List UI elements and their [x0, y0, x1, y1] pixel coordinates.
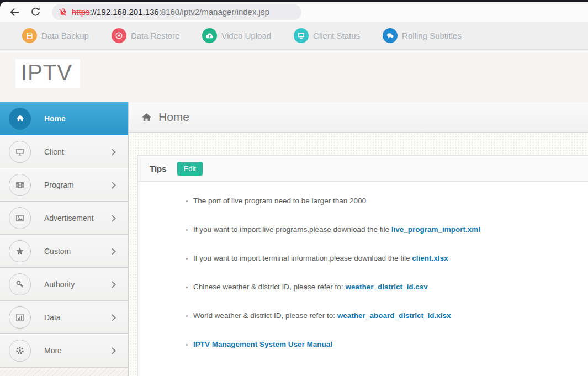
url-host: ://192.168.201.136 [90, 7, 159, 17]
tip-item: The port of live program need to be larg… [193, 197, 588, 205]
toolbar-item-label: Rolling Subtitles [402, 31, 462, 40]
back-arrow-icon[interactable] [8, 6, 20, 18]
sidebar-item-authority[interactable]: Authority [0, 268, 128, 301]
bar-chart-icon [9, 306, 31, 329]
edit-button[interactable]: Edit [177, 162, 203, 176]
toolbar-item-label: Data Backup [41, 31, 89, 40]
tip-item: If you want to import terminal informati… [193, 254, 588, 262]
main-area: HomeClientProgramAdvertisementCustomAuth… [0, 102, 588, 376]
breadcrumb: Home [129, 102, 588, 133]
sidebar-item-home[interactable]: Home [0, 102, 128, 135]
sidebar-item-program[interactable]: Program [0, 168, 128, 202]
gear-icon [9, 340, 31, 362]
url-text: https://192.168.201.136:8160/iptv2/manag… [72, 7, 269, 17]
tips-list: The port of live program need to be larg… [138, 197, 588, 348]
tip-item: World weather & district ID, please refe… [193, 311, 588, 320]
chevron-right-icon [109, 215, 116, 222]
url-path: :8160/iptv2/manager/index.jsp [159, 7, 269, 17]
key-icon [9, 273, 31, 295]
tip-text: The port of live program need to be larg… [193, 197, 366, 205]
app-logo-text: IPTV [21, 60, 72, 84]
tips-title: Tips [150, 164, 167, 173]
sidebar-item-label: Client [44, 147, 110, 156]
toolbar-item-client-status[interactable]: Client Status [294, 28, 360, 43]
client-icon [9, 141, 31, 163]
chevron-right-icon [109, 248, 116, 255]
tip-link[interactable]: weather_aboard_district_id.xlsx [337, 311, 451, 320]
toolbar-item-data-restore[interactable]: Data Restore [112, 28, 179, 43]
tip-text: World weather & district ID, please refe… [193, 311, 337, 320]
sidebar-item-label: Home [44, 114, 119, 123]
insecure-icon[interactable] [59, 7, 68, 17]
chevron-right-icon [109, 347, 116, 354]
cloud-upload-icon [202, 28, 217, 43]
sidebar-item-advertisement[interactable]: Advertisement [0, 202, 128, 235]
film-icon [9, 174, 31, 196]
image-icon [9, 207, 31, 229]
tip-text: If you want to import terminal informati… [193, 254, 412, 262]
content-area: Home Tips Edit The port of live program … [129, 102, 588, 376]
toolbar-item-rolling-subtitles[interactable]: Rolling Subtitles [383, 28, 462, 43]
tips-panel: Tips Edit The port of live program need … [137, 155, 588, 376]
chevron-right-icon [109, 182, 116, 189]
tip-link[interactable]: weather_district_id.csv [345, 283, 427, 291]
sidebar: HomeClientProgramAdvertisementCustomAuth… [0, 102, 129, 376]
app-header: IPTV RequestsRoom ServicesCheckOut Reque… [0, 50, 588, 102]
sidebar-item-label: Custom [44, 247, 110, 256]
sidebar-item-label: Advertisement [44, 214, 110, 223]
quick-toolbar: Data BackupData RestoreVideo UploadClien… [0, 22, 588, 50]
chat-icon [383, 28, 398, 43]
sidebar-item-client[interactable]: Client [0, 135, 128, 168]
restore-icon [112, 28, 126, 43]
tip-item: IPTV Management System User Manual [193, 340, 588, 348]
tip-link[interactable]: client.xlsx [412, 254, 448, 262]
toolbar-item-data-backup[interactable]: Data Backup [22, 28, 89, 43]
tip-link[interactable]: IPTV Management System User Manual [193, 340, 332, 348]
star-icon [9, 240, 31, 262]
content-body: Tips Edit The port of live program need … [129, 133, 588, 376]
home-icon [141, 112, 152, 123]
browser-toolbar: https://192.168.201.136:8160/iptv2/manag… [0, 2, 588, 22]
toolbar-item-video-upload[interactable]: Video Upload [202, 28, 271, 43]
home-icon [9, 108, 31, 130]
toolbar-item-label: Video Upload [221, 31, 271, 40]
address-bar[interactable]: https://192.168.201.136:8160/iptv2/manag… [52, 4, 301, 20]
chevron-right-icon [109, 149, 116, 156]
breadcrumb-label: Home [158, 110, 189, 124]
app-logo: IPTV [15, 59, 80, 88]
tip-text: If you want to import live programs,plea… [193, 225, 391, 234]
sidebar-item-label: Program [44, 181, 110, 189]
tip-item: If you want to import live programs,plea… [193, 225, 588, 234]
save-icon [22, 28, 37, 43]
tip-link[interactable]: live_program_import.xml [391, 225, 480, 234]
tips-panel-header: Tips Edit [138, 156, 588, 182]
tip-text: Chinese weather & district ID, please re… [193, 283, 345, 291]
sidebar-filler [0, 367, 128, 376]
chevron-right-icon [109, 314, 116, 321]
sidebar-item-more[interactable]: More [0, 334, 128, 367]
refresh-icon[interactable] [29, 6, 41, 18]
sidebar-item-label: Authority [44, 280, 110, 289]
monitor-icon [294, 28, 309, 43]
sidebar-item-custom[interactable]: Custom [0, 235, 128, 268]
tip-item: Chinese weather & district ID, please re… [193, 283, 588, 291]
chevron-right-icon [109, 281, 116, 288]
toolbar-item-label: Data Restore [131, 31, 179, 40]
toolbar-item-label: Client Status [313, 31, 360, 40]
sidebar-item-data[interactable]: Data [0, 301, 128, 334]
sidebar-item-label: More [44, 346, 110, 355]
sidebar-item-label: Data [44, 313, 110, 322]
url-scheme: https [72, 7, 90, 17]
